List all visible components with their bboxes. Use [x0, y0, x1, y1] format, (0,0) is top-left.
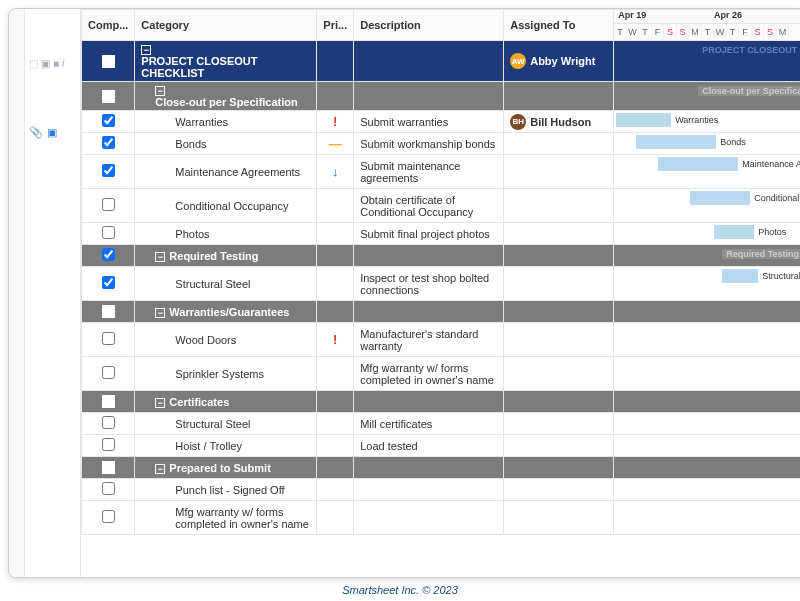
task-row[interactable]: Bonds—Submit workmanship bondsBonds: [82, 133, 801, 155]
task-row[interactable]: Warranties!Submit warrantiesBHBill Hudso…: [82, 111, 801, 133]
group-row[interactable]: −Certificates: [82, 391, 801, 413]
complete-checkbox[interactable]: [102, 482, 115, 495]
gantt-bar[interactable]: Warranties: [616, 113, 671, 127]
gantt-bar[interactable]: Structural Steel: [722, 269, 758, 283]
task-row[interactable]: Hoist / TrolleyLoad tested: [82, 435, 801, 457]
description-cell[interactable]: Mill certificates: [354, 413, 504, 435]
description-cell[interactable]: [354, 301, 504, 323]
assigned-cell[interactable]: [504, 323, 614, 357]
col-header-complete[interactable]: Comp...: [82, 10, 135, 41]
gantt-cell[interactable]: Structural Steel: [614, 267, 800, 301]
attachment-icon[interactable]: 📎: [29, 126, 43, 139]
assigned-cell[interactable]: [504, 357, 614, 391]
collapse-toggle[interactable]: −: [155, 464, 165, 474]
gantt-bar[interactable]: Close-out per Specification: [698, 86, 800, 96]
description-cell[interactable]: Submit maintenance agreements: [354, 155, 504, 189]
gantt-cell[interactable]: Required Testing: [614, 245, 800, 267]
task-row[interactable]: Wood Doors!Manufacturer's standard warra…: [82, 323, 801, 357]
assigned-cell[interactable]: [504, 82, 614, 111]
complete-checkbox[interactable]: [102, 332, 115, 345]
assigned-cell[interactable]: BHBill Hudson: [504, 111, 614, 133]
task-row[interactable]: Sprinkler SystemsMfg warranty w/ forms c…: [82, 357, 801, 391]
group-checkbox[interactable]: [102, 90, 115, 103]
complete-checkbox[interactable]: [102, 276, 115, 289]
assigned-cell[interactable]: [504, 223, 614, 245]
group-row[interactable]: −Warranties/Guarantees: [82, 301, 801, 323]
gantt-cell[interactable]: [614, 457, 800, 479]
gantt-bar[interactable]: Bonds: [636, 135, 716, 149]
gantt-cell[interactable]: Close-out per Specification: [614, 82, 800, 111]
assigned-cell[interactable]: [504, 245, 614, 267]
gantt-cell[interactable]: Warranties: [614, 111, 800, 133]
description-cell[interactable]: [354, 391, 504, 413]
col-header-description[interactable]: Description: [354, 10, 504, 41]
task-row[interactable]: Structural SteelInspect or test shop bol…: [82, 267, 801, 301]
description-cell[interactable]: Submit final project photos: [354, 223, 504, 245]
description-cell[interactable]: Submit workmanship bonds: [354, 133, 504, 155]
complete-checkbox[interactable]: [102, 416, 115, 429]
assigned-cell[interactable]: [504, 479, 614, 501]
col-header-category[interactable]: Category: [135, 10, 317, 41]
group-checkbox[interactable]: [102, 461, 115, 474]
assigned-cell[interactable]: [504, 391, 614, 413]
gantt-bar[interactable]: Conditional Occupancy: [690, 191, 750, 205]
complete-checkbox[interactable]: [102, 136, 115, 149]
collapse-toggle[interactable]: −: [155, 308, 165, 318]
assigned-cell[interactable]: [504, 501, 614, 535]
collapse-toggle[interactable]: −: [155, 86, 165, 96]
description-cell[interactable]: [354, 245, 504, 267]
complete-checkbox[interactable]: [102, 366, 115, 379]
gantt-cell[interactable]: Maintenance Agreements: [614, 155, 800, 189]
gantt-cell[interactable]: Photos: [614, 223, 800, 245]
gantt-cell[interactable]: [614, 501, 800, 535]
description-cell[interactable]: Submit warranties: [354, 111, 504, 133]
group-row[interactable]: −Prepared to Submit: [82, 457, 801, 479]
group-row[interactable]: −Required TestingRequired Testing: [82, 245, 801, 267]
task-row[interactable]: Structural SteelMill certificates: [82, 413, 801, 435]
description-cell[interactable]: [354, 501, 504, 535]
description-cell[interactable]: Inspect or test shop bolted connections: [354, 267, 504, 301]
col-header-priority[interactable]: Pri...: [317, 10, 354, 41]
task-row[interactable]: Conditional OccupancyObtain certificate …: [82, 189, 801, 223]
assigned-cell[interactable]: [504, 413, 614, 435]
assigned-cell[interactable]: [504, 457, 614, 479]
gantt-cell[interactable]: [614, 479, 800, 501]
gantt-bar[interactable]: Maintenance Agreements: [658, 157, 738, 171]
task-row[interactable]: Maintenance Agreements↓Submit maintenanc…: [82, 155, 801, 189]
complete-checkbox[interactable]: [102, 438, 115, 451]
collapse-toggle[interactable]: −: [155, 398, 165, 408]
assigned-cell[interactable]: [504, 155, 614, 189]
description-cell[interactable]: [354, 82, 504, 111]
gantt-cell[interactable]: [614, 301, 800, 323]
assigned-cell[interactable]: [504, 301, 614, 323]
task-row[interactable]: PhotosSubmit final project photosPhotos: [82, 223, 801, 245]
gantt-cell[interactable]: PROJECT CLOSEOUT CHE: [614, 41, 800, 82]
task-row[interactable]: Punch list - Signed Off: [82, 479, 801, 501]
description-cell[interactable]: Obtain certificate of Conditional Occupa…: [354, 189, 504, 223]
description-cell[interactable]: Manufacturer's standard warranty: [354, 323, 504, 357]
gantt-bar[interactable]: PROJECT CLOSEOUT CHE: [698, 45, 800, 55]
description-cell[interactable]: [354, 41, 504, 82]
collapse-toggle[interactable]: −: [155, 252, 165, 262]
assigned-cell[interactable]: AWAbby Wright: [504, 41, 614, 82]
group-checkbox[interactable]: [102, 305, 115, 318]
complete-checkbox[interactable]: [102, 164, 115, 177]
description-cell[interactable]: Load tested: [354, 435, 504, 457]
gantt-cell[interactable]: [614, 357, 800, 391]
assigned-cell[interactable]: [504, 267, 614, 301]
description-cell[interactable]: Mfg warranty w/ forms completed in owner…: [354, 357, 504, 391]
gantt-cell[interactable]: [614, 413, 800, 435]
group-checkbox[interactable]: [102, 395, 115, 408]
gantt-cell[interactable]: [614, 323, 800, 357]
assigned-cell[interactable]: [504, 189, 614, 223]
task-row[interactable]: Mfg warranty w/ forms completed in owner…: [82, 501, 801, 535]
collapse-toggle[interactable]: −: [141, 45, 151, 55]
gantt-cell[interactable]: Bonds: [614, 133, 800, 155]
gantt-bar[interactable]: Required Testing: [722, 249, 800, 259]
complete-checkbox[interactable]: [102, 198, 115, 211]
complete-checkbox[interactable]: [102, 114, 115, 127]
group-checkbox[interactable]: [102, 55, 115, 68]
assigned-cell[interactable]: [504, 133, 614, 155]
group-row[interactable]: −Close-out per SpecificationClose-out pe…: [82, 82, 801, 111]
gantt-cell[interactable]: [614, 435, 800, 457]
